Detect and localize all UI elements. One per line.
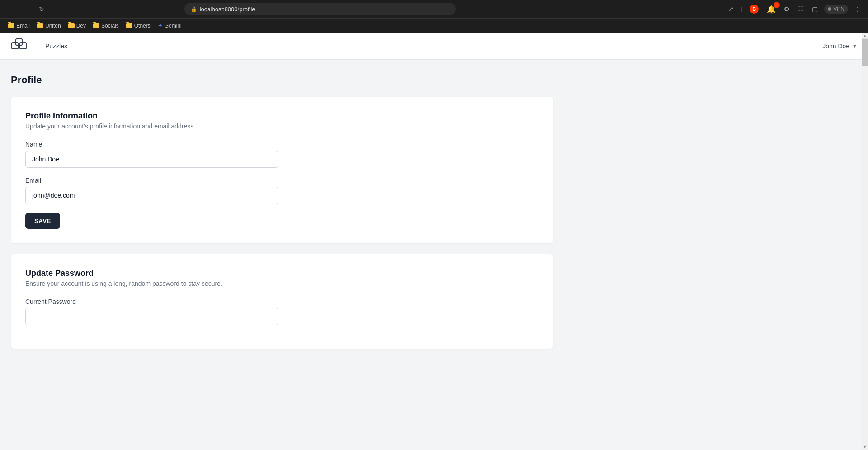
folder-icon bbox=[126, 23, 132, 28]
app-nav: Puzzles bbox=[40, 42, 73, 50]
back-button[interactable]: ← bbox=[5, 4, 17, 14]
user-name: John Doe bbox=[822, 43, 849, 50]
email-form-group: Email bbox=[25, 177, 539, 204]
brave-icon: B bbox=[750, 5, 759, 14]
page-content: Profile Profile Information Update your … bbox=[0, 60, 868, 450]
sidebar-icon[interactable]: ☷ bbox=[796, 5, 806, 14]
bookmark-dev-label: Dev bbox=[76, 23, 86, 29]
bookmark-dev[interactable]: Dev bbox=[66, 21, 89, 30]
update-password-card: Update Password Ensure your account is u… bbox=[11, 254, 553, 349]
profile-info-description: Update your account's profile informatio… bbox=[25, 123, 539, 130]
gemini-icon: ✦ bbox=[158, 22, 163, 29]
update-password-description: Ensure your account is using a long, ran… bbox=[25, 280, 539, 287]
separator: | bbox=[740, 6, 743, 12]
browser-toolbar: ← → ↻ 🔒 localhost:8000/profile ↗ | B 🔔 1… bbox=[0, 0, 868, 18]
cast-icon[interactable]: ▢ bbox=[810, 5, 820, 14]
chevron-down-icon: ▼ bbox=[852, 43, 857, 49]
bookmark-gemini[interactable]: ✦ Gemini bbox=[155, 21, 184, 30]
scrollbar-thumb[interactable] bbox=[862, 39, 868, 66]
app-header: Puzzles John Doe ▼ bbox=[0, 33, 868, 60]
scrollbar[interactable]: ▲ ▼ bbox=[862, 33, 868, 450]
url-text: localhost:8000/profile bbox=[200, 6, 449, 13]
profile-info-card: Profile Information Update your account'… bbox=[11, 97, 553, 243]
menu-icon[interactable]: ⋮ bbox=[853, 5, 863, 14]
email-label: Email bbox=[25, 177, 539, 184]
notification-badge: 1 bbox=[774, 2, 780, 8]
bookmark-socials[interactable]: Socials bbox=[90, 21, 122, 30]
save-profile-button[interactable]: SAVE bbox=[25, 213, 60, 229]
folder-icon bbox=[68, 23, 75, 28]
current-password-input[interactable] bbox=[25, 308, 278, 325]
user-menu[interactable]: John Doe ▼ bbox=[822, 43, 857, 50]
page-title: Profile bbox=[11, 74, 857, 86]
name-label: Name bbox=[25, 141, 539, 148]
app-logo: Puzzles bbox=[11, 38, 73, 54]
bookmark-uniten[interactable]: Uniten bbox=[34, 21, 64, 30]
reload-button[interactable]: ↻ bbox=[36, 4, 47, 14]
browser-chrome: ← → ↻ 🔒 localhost:8000/profile ↗ | B 🔔 1… bbox=[0, 0, 868, 33]
scrollbar-down-arrow[interactable]: ▼ bbox=[862, 444, 868, 450]
url-bar[interactable]: 🔒 localhost:8000/profile bbox=[184, 3, 456, 15]
bookmark-others[interactable]: Others bbox=[123, 21, 153, 30]
folder-icon bbox=[37, 23, 43, 28]
share-icon[interactable]: ↗ bbox=[726, 5, 736, 14]
current-password-form-group: Current Password bbox=[25, 298, 539, 325]
bookmarks-bar: Email Uniten Dev Socials Others ✦ Gemini bbox=[0, 18, 868, 33]
folder-icon bbox=[8, 23, 14, 28]
vpn-label: VPN bbox=[833, 6, 844, 12]
nav-puzzles[interactable]: Puzzles bbox=[40, 40, 73, 52]
lock-icon: 🔒 bbox=[191, 6, 197, 12]
browser-right-icons: ↗ | B 🔔 1 ⚙ ☷ ▢ VPN ⋮ bbox=[726, 4, 863, 14]
bookmark-email-label: Email bbox=[16, 23, 30, 29]
update-password-title: Update Password bbox=[25, 269, 539, 278]
bookmark-others-label: Others bbox=[134, 23, 151, 29]
vpn-button[interactable]: VPN bbox=[824, 5, 848, 14]
bookmark-gemini-label: Gemini bbox=[165, 23, 182, 29]
extensions-icon[interactable]: ⚙ bbox=[782, 5, 792, 14]
profile-info-title: Profile Information bbox=[25, 111, 539, 121]
email-input[interactable] bbox=[25, 187, 278, 204]
bookmark-socials-label: Socials bbox=[101, 23, 119, 29]
current-password-label: Current Password bbox=[25, 298, 539, 305]
folder-icon bbox=[93, 23, 99, 28]
scrollbar-up-arrow[interactable]: ▲ bbox=[862, 33, 868, 39]
forward-button[interactable]: → bbox=[21, 4, 33, 14]
logo-icon bbox=[11, 38, 27, 54]
bookmark-email[interactable]: Email bbox=[5, 21, 33, 30]
name-input[interactable] bbox=[25, 151, 278, 168]
bookmark-uniten-label: Uniten bbox=[45, 23, 61, 29]
name-form-group: Name bbox=[25, 141, 539, 168]
notification-button[interactable]: 🔔 1 bbox=[765, 4, 778, 14]
brave-shield-button[interactable]: B bbox=[748, 4, 760, 14]
vpn-dot bbox=[828, 7, 831, 11]
